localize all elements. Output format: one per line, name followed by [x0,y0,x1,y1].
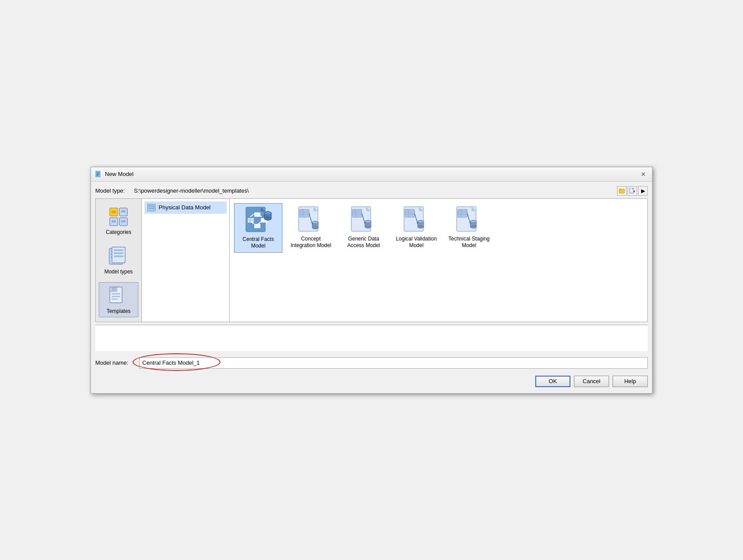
svg-rect-15 [121,210,126,212]
svg-point-90 [418,220,424,223]
physical-model-icon [147,203,156,212]
svg-point-102 [470,226,476,228]
svg-rect-5 [619,189,621,190]
technical-staging-icon [455,206,483,234]
description-area [95,325,648,351]
buttons-row: OK Cancel Help [95,373,648,389]
template-logical-validation-label: Logical Validation Model [395,236,438,249]
svg-rect-56 [299,209,309,217]
svg-rect-95 [458,209,467,217]
categories-icon [108,206,129,227]
cancel-button[interactable]: Cancel [574,376,609,387]
model-list-item-label: Physical Data Model [159,204,211,211]
close-button[interactable]: ✕ [639,170,648,179]
svg-rect-14 [112,211,116,213]
svg-rect-16 [121,220,126,223]
folder-icon [619,188,625,194]
nav-model-types-label: Model types [105,269,133,275]
svg-rect-25 [114,255,123,257]
templates-area: Central Facts Model [230,199,647,322]
logical-validation-icon [402,206,430,234]
svg-rect-33 [148,205,155,207]
svg-rect-69 [352,209,362,217]
svg-rect-17 [112,220,116,223]
dialog-body: Model type: S:\powerdesigner-modeller\mo… [91,182,652,393]
svg-rect-44 [254,224,260,228]
nav-categories-label: Categories [106,229,131,235]
template-central-facts[interactable]: Central Facts Model [234,203,282,253]
model-name-row: Model name: [95,354,648,370]
title-bar: New Model ✕ [91,167,652,182]
svg-rect-30 [112,298,118,300]
svg-rect-82 [405,209,415,217]
svg-rect-41 [248,218,254,223]
new-file-icon [629,188,635,194]
new-model-dialog: New Model ✕ Model type: S:\powerdesigner… [90,167,653,394]
generic-data-icon [350,206,378,234]
main-area: Categories Model types [95,198,648,322]
svg-point-77 [365,220,371,223]
svg-point-50 [264,217,271,220]
template-logical-validation[interactable]: Logical Validation Model [392,203,440,253]
templates-icon [108,285,129,306]
ok-button[interactable]: OK [535,376,570,387]
nav-item-categories[interactable]: Categories [99,203,138,238]
right-panel: Physical Data Model [142,199,647,322]
extra-button[interactable]: ▶ [638,186,648,196]
concept-integration-icon [297,206,325,234]
nav-templates-label: Templates [107,308,131,314]
svg-point-51 [264,212,271,215]
model-type-path: S:\powerdesigner-modeller\model_template… [134,187,613,194]
nav-item-templates[interactable]: Templates [99,282,138,317]
svg-rect-1 [97,172,99,173]
svg-rect-31 [112,287,116,291]
template-generic-data[interactable]: Generic Data Access Model [339,203,388,253]
template-generic-data-label: Generic Data Access Model [342,236,385,249]
template-central-facts-label: Central Facts Model [237,236,279,250]
template-concept-integration-label: Concept Integration Model [289,236,332,249]
svg-rect-23 [114,249,123,251]
svg-rect-2 [97,174,99,175]
toolbar-icons: ▶ [617,186,648,196]
template-concept-integration[interactable]: Concept Integration Model [287,203,335,253]
svg-rect-29 [112,296,120,297]
left-panel: Categories Model types [96,199,142,322]
open-folder-button[interactable] [617,186,627,196]
model-list: Physical Data Model [142,199,230,322]
model-type-row: Model type: S:\powerdesigner-modeller\mo… [95,186,648,196]
nav-item-model-types[interactable]: Model types [99,243,138,278]
svg-point-103 [470,220,476,223]
svg-point-76 [365,226,371,228]
title-bar-left: New Model [95,171,133,178]
template-technical-staging-label: Technical Staging Model [447,236,491,249]
dialog-title: New Model [105,171,133,177]
new-file-button[interactable] [628,186,637,196]
svg-rect-24 [114,252,123,254]
svg-rect-3 [97,175,98,176]
svg-point-63 [312,226,318,229]
central-facts-icon [244,206,272,234]
svg-rect-34 [148,208,155,209]
svg-rect-28 [112,293,120,294]
model-name-label: Model name: [95,359,135,366]
svg-point-89 [418,226,424,228]
template-technical-staging[interactable]: Technical Staging Model [445,203,493,253]
model-types-icon [108,246,129,267]
model-list-item-physical[interactable]: Physical Data Model [144,201,227,214]
svg-rect-42 [254,212,260,217]
dialog-icon [95,171,102,178]
help-button[interactable]: Help [613,376,648,387]
model-name-input[interactable] [139,357,648,369]
model-type-label: Model type: [95,187,130,194]
